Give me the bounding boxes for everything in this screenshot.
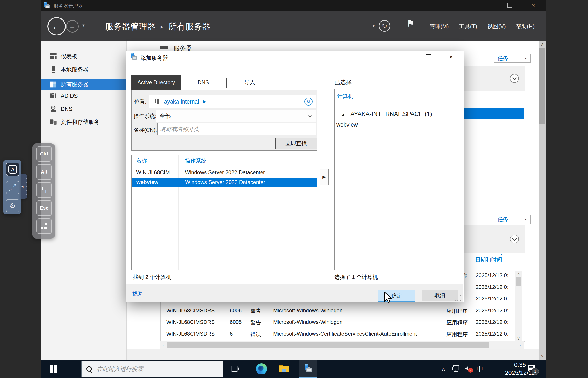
collapse-chevron-button[interactable] <box>510 235 519 243</box>
alt-key-button[interactable]: Alt <box>36 164 52 180</box>
tasks-label: 任务 <box>498 55 508 62</box>
server-manager-taskbar-button[interactable] <box>299 360 317 378</box>
column-header-name[interactable]: 名称 <box>136 157 147 164</box>
event-source: Microsoft-Windows-CertificateServicesCli… <box>273 331 417 337</box>
notification-center-icon[interactable]: 1 <box>527 364 538 374</box>
refresh-button[interactable]: ↻ <box>379 20 390 32</box>
expand-arrows-icon: ↗ ↙ <box>9 184 16 191</box>
volume-muted-icon[interactable]: × <box>464 365 473 373</box>
sidebar-item-label: 仪表板 <box>61 53 77 60</box>
menu-view[interactable]: 视图(V) <box>487 23 505 30</box>
event-row[interactable]: WIN-JL68CIMSDRS 6006 警告 Microsoft-Window… <box>161 307 525 317</box>
ok-button[interactable]: 确定 <box>378 290 416 302</box>
sidebar-item-label: AD DS <box>61 93 78 99</box>
dialog-close-button[interactable]: × <box>445 52 458 61</box>
notifications-flag-icon[interactable]: ⚑ <box>406 18 415 29</box>
tray-expand-icon[interactable]: ∧ <box>442 366 446 372</box>
task-view-icon[interactable] <box>231 365 239 373</box>
events-scrollbar[interactable]: ∧ ∨ <box>515 271 522 341</box>
overlay-settings-button[interactable]: ⚙ <box>6 199 19 213</box>
sidebar-item-dashboard[interactable]: 仪表板 <box>41 51 126 61</box>
sidebar-item-all-servers[interactable]: 所有服务器 <box>41 79 126 90</box>
menu-help[interactable]: 帮助(H) <box>516 23 535 30</box>
add-selected-button[interactable]: ▶ <box>320 169 329 185</box>
start-button[interactable] <box>50 365 57 373</box>
result-os: Windows Server 2022 Datacenter <box>185 169 265 176</box>
scrollbar-thumb[interactable] <box>516 277 521 286</box>
overlay-collapse-handle[interactable]: ◀ <box>21 174 28 199</box>
os-dropdown[interactable]: 全部 <box>156 110 316 122</box>
tasks-label: 任务 <box>498 216 508 223</box>
sidebar-item-local-server[interactable]: 本地服务器 <box>41 64 126 75</box>
sidebar-item-ad-ds[interactable]: AD DS <box>41 91 126 101</box>
event-row[interactable]: WIN-JL68CIMSDRS 6 错误 Microsoft-Windows-C… <box>161 331 525 340</box>
servers-tasks-button[interactable]: 任务 ▼ <box>494 54 531 63</box>
breadcrumb-root[interactable]: 服务器管理器 <box>105 21 156 32</box>
tab-dns[interactable]: DNS <box>181 75 225 90</box>
menu-manage[interactable]: 管理(M) <box>429 23 449 30</box>
scrollbar-thumb[interactable] <box>539 48 546 124</box>
expand-location-icon[interactable]: ▶ <box>203 99 206 104</box>
collapse-chevron-button[interactable] <box>510 74 519 83</box>
name-input[interactable] <box>157 123 316 135</box>
cancel-button[interactable]: 取消 <box>422 290 458 301</box>
tab-import[interactable]: 导入 <box>227 75 272 90</box>
edge-icon[interactable] <box>256 363 267 374</box>
app-restore-button[interactable] <box>503 1 517 10</box>
scroll-up-icon[interactable]: ∧ <box>515 271 522 277</box>
selected-computer-item[interactable]: webview <box>336 122 358 128</box>
dialog-minimize-button[interactable]: – <box>399 52 412 61</box>
ctrl-key-button[interactable]: Ctrl <box>36 146 52 162</box>
scroll-right-icon[interactable]: › <box>517 341 523 349</box>
result-row-selected[interactable]: webview Windows Server 2022 Datacenter <box>132 178 317 187</box>
location-value[interactable]: ayaka-internal <box>164 98 199 105</box>
events-date-column-header[interactable]: 日期和时间 <box>475 256 502 263</box>
scroll-up-icon[interactable]: ∧ <box>539 41 546 47</box>
scroll-down-icon[interactable]: ∨ <box>515 335 522 341</box>
events-tasks-button[interactable]: 任务 ▼ <box>494 215 531 224</box>
taskbar-search[interactable] <box>81 361 223 377</box>
overlay-keyboard-mode-button[interactable]: A <box>6 162 19 176</box>
event-row[interactable]: WIN-JL68CIMSDRS 6005 警告 Microsoft-Window… <box>161 319 525 328</box>
sort-descending-icon: ▼ <box>500 253 503 256</box>
location-field[interactable]: ayaka-internal ▶ ↻ <box>149 95 316 108</box>
tree-expanded-icon[interactable]: ◢ <box>341 112 344 117</box>
app-close-button[interactable]: × <box>527 1 540 10</box>
clock[interactable]: 0:35 2025/12/12 <box>486 362 554 376</box>
computer-column-header[interactable]: 计算机 <box>337 93 353 100</box>
find-now-button[interactable]: 立即查找 <box>276 138 317 149</box>
network-icon[interactable] <box>451 365 460 373</box>
scrollbar-thumb[interactable] <box>167 342 489 348</box>
more-keys-button[interactable] <box>36 218 52 234</box>
back-button[interactable]: ← <box>47 17 66 35</box>
page-scrollbar[interactable]: ∧ ∨ <box>539 41 546 360</box>
scroll-down-icon[interactable]: ∨ <box>539 353 546 359</box>
column-header-os[interactable]: 操作系统 <box>185 157 206 164</box>
tab-key-button[interactable]: |← →| <box>36 182 52 198</box>
refresh-location-button[interactable]: ↻ <box>305 97 312 106</box>
help-link[interactable]: 帮助 <box>132 290 143 297</box>
esc-key-button[interactable]: Esc <box>36 200 52 216</box>
result-row[interactable]: WIN-JL68CIM... Windows Server 2022 Datac… <box>131 168 317 177</box>
tasks-caret-icon: ▼ <box>524 57 527 60</box>
events-horizontal-scrollbar[interactable]: ‹ › <box>160 341 524 349</box>
scroll-left-icon[interactable]: ‹ <box>160 341 166 349</box>
app-minimize-button[interactable]: – <box>482 1 495 10</box>
taskbar-search-input[interactable] <box>96 365 213 373</box>
overlay-fullscreen-button[interactable]: ↗ ↙ <box>6 181 19 194</box>
event-date: 2025/12/12 0: <box>476 296 516 302</box>
nav-history-caret[interactable]: ▼ <box>82 23 85 27</box>
selected-domain-group[interactable]: AYAKA-INTERNAL.SPACE (1) <box>350 111 432 118</box>
refresh-icon: ↻ <box>382 22 387 30</box>
tab-active-directory[interactable]: Active Directory <box>131 75 181 90</box>
os-value: 全部 <box>160 112 171 120</box>
file-explorer-icon[interactable] <box>279 365 289 373</box>
breadcrumb-current[interactable]: 所有服务器 <box>168 21 211 32</box>
forward-button[interactable]: → <box>66 20 79 32</box>
ime-indicator[interactable]: 中 <box>476 364 483 374</box>
sidebar-item-dns[interactable]: DNS <box>41 104 126 114</box>
menu-tools[interactable]: 工具(T) <box>459 23 477 30</box>
dialog-maximize-button[interactable] <box>422 52 435 61</box>
refresh-caret[interactable]: ▼ <box>372 24 375 28</box>
sidebar-item-file-storage[interactable]: 文件和存储服务 <box>41 117 126 127</box>
